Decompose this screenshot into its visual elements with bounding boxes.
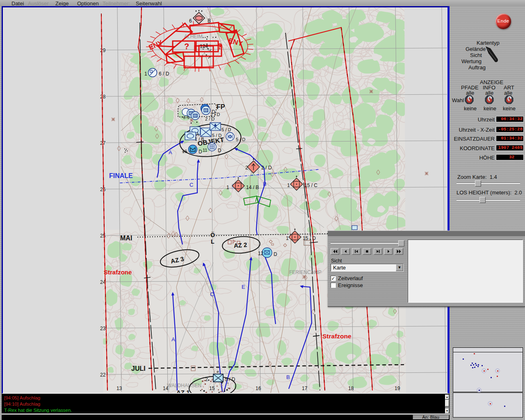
svg-text:AZ 2: AZ 2 [233, 241, 247, 249]
svg-text:FERIENCAMP: FERIENCAMP [289, 269, 322, 275]
svg-text:C: C [189, 182, 193, 188]
svg-text:Strafzone: Strafzone [322, 333, 352, 340]
svg-text:A: A [169, 149, 172, 155]
svg-text:22: 22 [100, 372, 106, 378]
svg-text:1: 1 [144, 71, 147, 77]
svg-text:Ö: Ö [210, 232, 215, 238]
svg-text:2: 2 [245, 165, 248, 171]
svg-text:ø: ø [217, 370, 219, 374]
svg-text:1: 1 [221, 137, 223, 142]
svg-text:D: D [274, 251, 277, 257]
svg-text:15: 15 [209, 386, 215, 391]
svg-text:2 / D: 2 / D [205, 116, 215, 121]
svg-text:FINALE: FINALE [109, 172, 133, 179]
svg-text:5 / D: 5 / D [225, 377, 235, 382]
svg-text:?: ? [184, 42, 189, 51]
svg-text:WALDHAUSEN: WALDHAUSEN [167, 383, 201, 388]
svg-text:124: 124 [200, 43, 208, 49]
svg-text:A: A [171, 336, 175, 342]
svg-text:25: 25 [100, 233, 106, 239]
svg-text:12: 12 [258, 251, 264, 256]
svg-text:E: E [242, 284, 245, 290]
svg-text:6 / D: 6 / D [159, 71, 169, 77]
svg-text:19: 19 [395, 386, 400, 391]
svg-text:1 / B: 1 / B [195, 137, 204, 142]
svg-text:2: 2 [205, 377, 208, 382]
svg-text:*6–9: *6–9 [182, 116, 189, 120]
svg-text:23: 23 [100, 326, 106, 331]
svg-text:15 / C: 15 / C [304, 183, 317, 188]
svg-text:B: B [286, 374, 290, 380]
svg-text:1: 1 [287, 183, 290, 188]
svg-text:D: D [199, 149, 202, 155]
svg-text:6: 6 [189, 18, 192, 24]
svg-text:26: 26 [100, 187, 106, 192]
svg-text:16: 16 [256, 386, 261, 391]
svg-text:28: 28 [100, 94, 106, 100]
svg-text:FP: FP [217, 103, 225, 110]
svg-text:B: B [263, 181, 267, 187]
svg-text:18: 18 [348, 386, 354, 391]
svg-text:C: C [210, 291, 214, 297]
svg-text:5 / D: 5 / D [212, 133, 221, 138]
svg-text:16: 16 [182, 149, 187, 154]
svg-text:L: L [211, 238, 215, 245]
svg-text:17: 17 [302, 386, 308, 391]
svg-text:1: 1 [226, 185, 229, 190]
svg-text:Strafzone: Strafzone [104, 269, 132, 276]
svg-text:5 / D: 5 / D [236, 137, 245, 142]
svg-text:1: 1 [286, 235, 289, 241]
svg-text:5 / D: 5 / D [221, 127, 231, 132]
svg-text:13: 13 [116, 386, 122, 391]
svg-text:JULI: JULI [131, 365, 146, 372]
svg-text:AZ 1: AZ 1 [176, 389, 190, 393]
svg-text:14 / B: 14 / B [246, 185, 259, 190]
svg-text:B: B [208, 18, 211, 24]
svg-text:MAI: MAI [120, 235, 132, 242]
svg-text:11: 11 [203, 148, 207, 153]
svg-text:29: 29 [100, 48, 106, 53]
svg-text:D: D [218, 148, 221, 153]
svg-text:?: ? [217, 42, 222, 51]
svg-text:2 / D: 2 / D [261, 165, 272, 171]
